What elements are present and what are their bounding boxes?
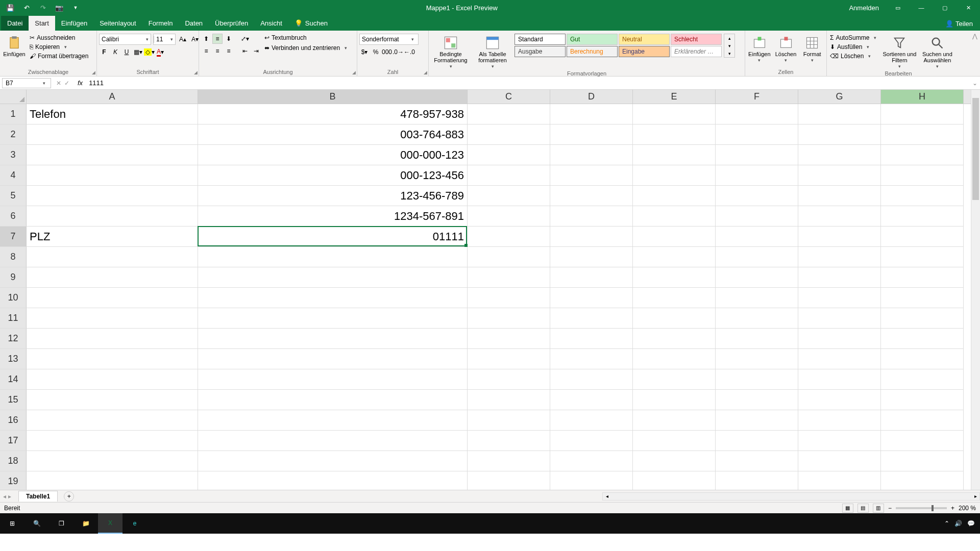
- cell-E5[interactable]: [633, 186, 716, 206]
- tray-volume-icon[interactable]: 🔊: [954, 520, 962, 527]
- cell-H18[interactable]: [881, 451, 964, 471]
- cell-H9[interactable]: [881, 267, 964, 288]
- tab-einfuegen[interactable]: Einfügen: [55, 16, 93, 31]
- cell-F16[interactable]: [716, 410, 798, 431]
- cell-B13[interactable]: [198, 349, 468, 369]
- cell-A7[interactable]: PLZ: [27, 227, 198, 247]
- cell-G15[interactable]: [798, 390, 881, 410]
- row-header-9[interactable]: 9: [0, 267, 27, 288]
- fill-color-button[interactable]: ◇▾: [144, 47, 154, 57]
- zoom-level[interactable]: 200 %: [959, 505, 976, 512]
- clipboard-launcher[interactable]: ◢: [92, 70, 95, 75]
- number-launcher[interactable]: ◢: [424, 70, 427, 75]
- cell-E15[interactable]: [633, 390, 716, 410]
- cell-style-berechnung[interactable]: Berechnung: [567, 46, 618, 57]
- align-left-button[interactable]: ≡: [201, 46, 211, 56]
- row-header-5[interactable]: 5: [0, 186, 27, 206]
- cell-B18[interactable]: [198, 451, 468, 471]
- cell-F3[interactable]: [716, 145, 798, 165]
- delete-cells-button[interactable]: Löschen▾: [774, 34, 798, 63]
- cell-F4[interactable]: [716, 165, 798, 186]
- cell-C15[interactable]: [468, 390, 550, 410]
- tab-daten[interactable]: Daten: [179, 16, 209, 31]
- col-header-G[interactable]: G: [798, 90, 881, 104]
- format-as-table-button[interactable]: Als Tabelle formatieren▾: [473, 34, 512, 69]
- collapse-ribbon-button[interactable]: ⋀: [970, 31, 980, 76]
- cell-B14[interactable]: [198, 369, 468, 390]
- cell-B1[interactable]: 478-957-938: [198, 104, 468, 124]
- cell-A10[interactable]: [27, 288, 198, 308]
- cell-B6[interactable]: 1234-567-891: [198, 206, 468, 227]
- cell-D11[interactable]: [550, 308, 633, 329]
- cell-G9[interactable]: [798, 267, 881, 288]
- cell-F18[interactable]: [716, 451, 798, 471]
- cell-B4[interactable]: 000-123-456: [198, 165, 468, 186]
- row-header-7[interactable]: 7: [0, 227, 27, 247]
- font-launcher[interactable]: ◢: [194, 70, 198, 75]
- share-button[interactable]: 👤Teilen: [938, 17, 980, 31]
- qat-customize[interactable]: ▼: [69, 2, 82, 14]
- cell-A4[interactable]: [27, 165, 198, 186]
- cell-G5[interactable]: [798, 186, 881, 206]
- cell-B9[interactable]: [198, 267, 468, 288]
- cell-G6[interactable]: [798, 206, 881, 227]
- cell-H15[interactable]: [881, 390, 964, 410]
- italic-button[interactable]: K: [110, 47, 120, 57]
- qat-save[interactable]: 💾: [4, 2, 16, 14]
- cell-D19[interactable]: [550, 471, 633, 490]
- cell-style-standard[interactable]: Standard: [514, 34, 566, 45]
- align-middle-button[interactable]: ≡: [212, 34, 223, 44]
- tray-chevron-icon[interactable]: ⌃: [944, 520, 949, 527]
- increase-indent-button[interactable]: ⇥: [251, 46, 261, 56]
- cell-E17[interactable]: [633, 431, 716, 451]
- qat-camera[interactable]: 📷: [53, 2, 65, 14]
- styles-more[interactable]: ▾: [724, 49, 734, 57]
- cell-H7[interactable]: [881, 227, 964, 247]
- cell-G13[interactable]: [798, 349, 881, 369]
- tab-ansicht[interactable]: Ansicht: [254, 16, 288, 31]
- cell-B16[interactable]: [198, 410, 468, 431]
- cell-B12[interactable]: [198, 329, 468, 349]
- accounting-button[interactable]: $▾: [359, 47, 370, 57]
- row-header-14[interactable]: 14: [0, 369, 27, 390]
- increase-decimal-button[interactable]: .0→: [393, 47, 403, 57]
- cell-G11[interactable]: [798, 308, 881, 329]
- cell-style-erklärender …[interactable]: Erklärender …: [671, 46, 722, 57]
- cell-A3[interactable]: [27, 145, 198, 165]
- comma-button[interactable]: 000: [382, 47, 392, 57]
- tray-action-center-icon[interactable]: 💬: [967, 520, 975, 527]
- cell-E1[interactable]: [633, 104, 716, 124]
- cell-C16[interactable]: [468, 410, 550, 431]
- cell-G19[interactable]: [798, 471, 881, 490]
- row-header-12[interactable]: 12: [0, 329, 27, 349]
- tab-datei[interactable]: Datei: [1, 16, 29, 31]
- cell-style-ausgabe[interactable]: Ausgabe: [514, 46, 566, 57]
- tab-ueberpruefen[interactable]: Überprüfen: [209, 16, 254, 31]
- cell-E6[interactable]: [633, 206, 716, 227]
- taskbar-explorer[interactable]: 📁: [74, 513, 98, 534]
- cell-B2[interactable]: 003-764-883: [198, 124, 468, 145]
- cell-C12[interactable]: [468, 329, 550, 349]
- cell-E13[interactable]: [633, 349, 716, 369]
- add-sheet-button[interactable]: +: [64, 491, 74, 502]
- cell-D18[interactable]: [550, 451, 633, 471]
- tab-seitenlayout[interactable]: Seitenlayout: [93, 16, 142, 31]
- col-header-A[interactable]: A: [27, 90, 198, 104]
- conditional-formatting-button[interactable]: Bedingte Formatierung▾: [431, 34, 471, 69]
- row-header-2[interactable]: 2: [0, 124, 27, 145]
- increase-font-button[interactable]: A▴: [178, 34, 188, 44]
- copy-button[interactable]: ⎘Kopieren▾: [29, 43, 89, 51]
- cell-D9[interactable]: [550, 267, 633, 288]
- cell-F12[interactable]: [716, 329, 798, 349]
- merge-center-button[interactable]: ⬌Verbinden und zentrieren▾: [263, 44, 350, 52]
- qat-redo[interactable]: ↷: [37, 2, 49, 14]
- styles-scroll-up[interactable]: ▴: [724, 34, 734, 42]
- row-header-16[interactable]: 16: [0, 410, 27, 431]
- cell-D13[interactable]: [550, 349, 633, 369]
- cell-E7[interactable]: [633, 227, 716, 247]
- cell-A11[interactable]: [27, 308, 198, 329]
- signin-link[interactable]: Anmelden: [842, 4, 886, 12]
- sheet-tab[interactable]: Tabelle1: [18, 491, 58, 502]
- row-header-4[interactable]: 4: [0, 165, 27, 186]
- cell-E16[interactable]: [633, 410, 716, 431]
